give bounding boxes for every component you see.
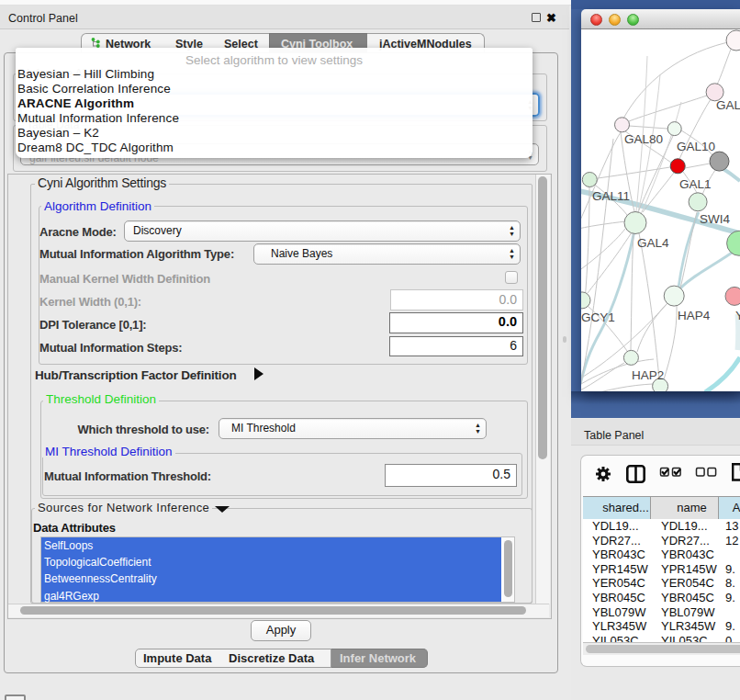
svg-text:GAL2: GAL2 — [716, 98, 740, 112]
svg-text:SWI4: SWI4 — [700, 212, 730, 226]
svg-text:HAP4: HAP4 — [678, 309, 711, 322]
svg-text:Y: Y — [735, 309, 740, 322]
svg-text:GAL10: GAL10 — [677, 140, 715, 153]
svg-text:GAL11: GAL11 — [592, 189, 630, 203]
svg-text:GAL1: GAL1 — [679, 177, 712, 191]
svg-text:GCY1: GCY1 — [581, 310, 615, 324]
svg-text:GAL80: GAL80 — [624, 132, 663, 146]
svg-text:HAP2: HAP2 — [632, 368, 664, 382]
svg-text:GAL4: GAL4 — [637, 236, 669, 250]
